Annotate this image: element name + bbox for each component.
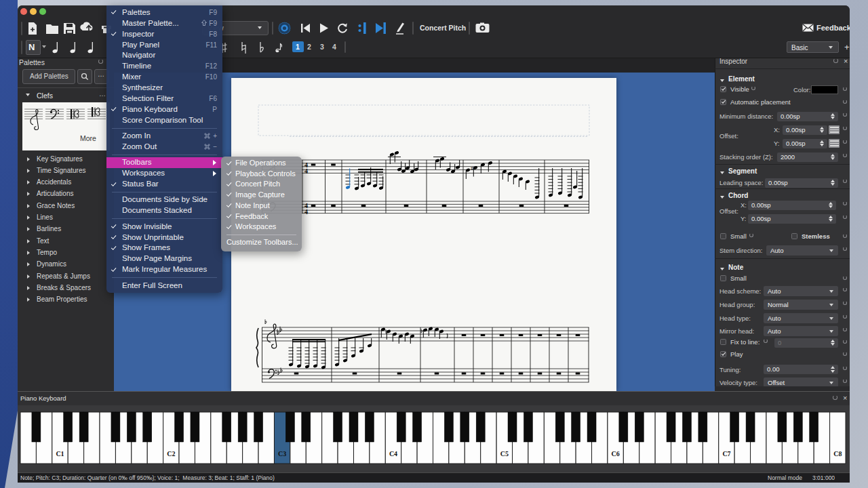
svg-text:4: 4 <box>304 167 308 175</box>
svg-text:C8: C8 <box>833 450 842 458</box>
svg-text:C5: C5 <box>500 450 509 458</box>
svg-text:C6: C6 <box>611 450 619 458</box>
svg-text:C7: C7 <box>722 450 730 458</box>
svg-text:4: 4 <box>304 208 308 216</box>
svg-text:C2: C2 <box>167 450 175 458</box>
svg-text:#: # <box>471 165 474 171</box>
svg-text:C3: C3 <box>278 450 286 458</box>
svg-text:C4: C4 <box>389 450 397 458</box>
svg-text:C1: C1 <box>56 450 64 458</box>
